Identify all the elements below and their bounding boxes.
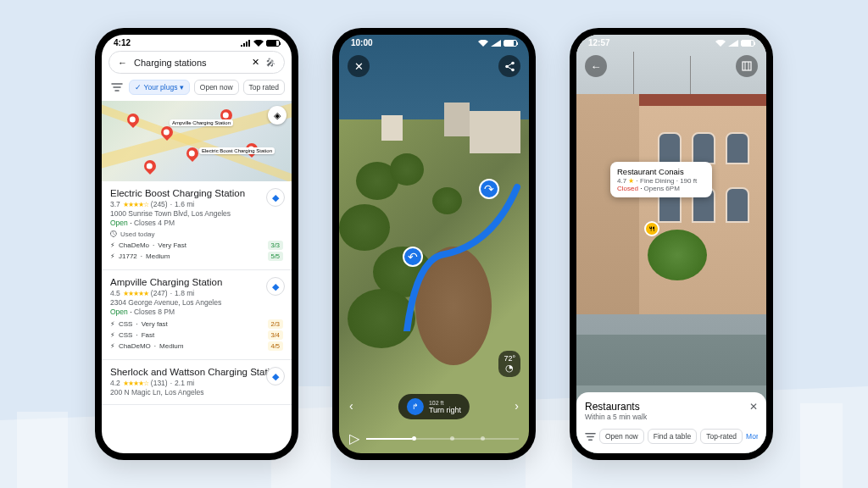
wifi-icon — [478, 40, 488, 47]
clock: 4:12 — [114, 38, 131, 47]
share-button[interactable] — [498, 55, 520, 77]
chip-open-now[interactable]: Open now — [599, 429, 644, 444]
close-icon[interactable]: ✕ — [749, 401, 758, 413]
nav-instruction: ↱ 102 ftTurn right — [398, 394, 470, 419]
filter-icon[interactable] — [108, 79, 125, 96]
chip-open-now[interactable]: Open now — [194, 80, 239, 95]
result-card[interactable]: ◆ Ampville Charging Station 4.5★★★★★ (24… — [102, 270, 292, 360]
chip-your-plugs[interactable]: ✓ Your plugs ▾ — [129, 80, 189, 95]
map-label-electric[interactable]: Electric Boost Charging Station — [199, 147, 275, 154]
result-card[interactable]: ◆ Sherlock and Wattson Charging Station … — [102, 360, 292, 405]
battery-icon — [266, 40, 280, 47]
play-icon[interactable]: ▷ — [349, 430, 359, 446]
map-button[interactable] — [736, 55, 758, 77]
signal-icon — [491, 40, 501, 47]
search-input[interactable]: Charging stations — [134, 58, 245, 68]
more-link[interactable]: More — [746, 432, 758, 441]
timeline-slider[interactable] — [366, 438, 519, 440]
clear-icon[interactable]: ✕ — [252, 57, 259, 68]
weather-icon: ◔ — [504, 363, 515, 374]
map-pin[interactable] — [142, 158, 159, 175]
bolt-icon: ⚡︎ — [110, 252, 115, 260]
wifi-icon — [715, 40, 726, 47]
directions-button[interactable]: ◆ — [266, 277, 285, 296]
nav-arrow-icon: ↷ — [479, 179, 499, 199]
filter-icon[interactable] — [585, 428, 596, 445]
restaurant-pin-icon[interactable]: 🍴︎ — [644, 221, 659, 236]
plug-row: ⚡︎CSS · Very fast2/3 — [110, 319, 283, 329]
map-view[interactable]: Ampville Charging Station Electric Boost… — [102, 101, 292, 181]
filter-row: ✓ Your plugs ▾ Open now Top rated — [102, 79, 292, 101]
plug-row: ⚡︎J1772 · Medium5/5 — [110, 252, 283, 261]
battery-icon — [741, 40, 754, 47]
svg-rect-3 — [743, 62, 751, 70]
battery-icon — [504, 40, 517, 47]
ar-scene[interactable] — [576, 35, 766, 453]
result-address: 1000 Sunrise Town Blvd, Los Angeles — [110, 209, 283, 218]
phone-immersive-nav: ↶ ↷ 10:00 ✕ 72° ◔ ‹ › ↱ 102 ftTurn right… — [332, 28, 536, 460]
playback-controls: ▷ — [339, 430, 529, 446]
bolt-icon: ⚡︎ — [110, 320, 115, 328]
svg-point-1 — [505, 64, 509, 68]
result-meta: 4.5★★★★★ (247) · 1.8 mi — [110, 289, 283, 297]
sheet-subtitle: Within a 5 min walk — [585, 413, 647, 421]
result-title: Sherlock and Wattson Charging Station — [110, 367, 283, 377]
results-list: ◆ Electric Boost Charging Station 3.7★★★… — [102, 181, 292, 405]
mic-icon[interactable]: 🎤︎ — [266, 58, 275, 68]
bolt-icon: ⚡︎ — [110, 331, 115, 339]
svg-point-2 — [511, 68, 515, 71]
result-card[interactable]: ◆ Electric Boost Charging Station 3.7★★★… — [102, 181, 292, 270]
close-button[interactable]: ✕ — [348, 55, 370, 77]
nav-arrow-icon: ↶ — [403, 247, 423, 267]
directions-button[interactable]: ◆ — [266, 188, 285, 207]
wifi-icon — [253, 40, 264, 47]
result-title: Electric Boost Charging Station — [110, 188, 283, 198]
status-bar: 10:00 — [339, 35, 529, 49]
used-today: 🕓︎Used today — [110, 230, 283, 238]
directions-button[interactable]: ◆ — [266, 367, 285, 385]
sheet-title: Restaurants — [585, 401, 647, 413]
phone-charging-stations: 4:12 ← Charging stations ✕ 🎤︎ ✓ Your plu… — [95, 28, 298, 460]
result-hours: Open · Closes 4 PM — [110, 219, 283, 227]
plug-row: ⚡︎CSS · Fast3/4 — [110, 330, 283, 340]
clock: 10:00 — [351, 38, 373, 47]
signal-icon — [241, 40, 251, 47]
chip-top-rated[interactable]: Top-rated — [700, 429, 743, 444]
search-bar[interactable]: ← Charging stations ✕ 🎤︎ — [108, 51, 285, 74]
poi-name: Restaurant Conais — [617, 167, 705, 176]
chevron-right-icon[interactable]: › — [515, 399, 519, 413]
bottom-sheet[interactable]: Restaurants Within a 5 min walk ✕ Open n… — [576, 392, 766, 453]
result-meta: 4.2★★★★☆ (131) · 2.1 mi — [110, 379, 283, 387]
poi-meta: 4.7 ★ · Fine Dining · 190 ft — [617, 177, 705, 185]
result-hours: Open · Closes 8 PM — [110, 308, 283, 316]
map-label-ampville[interactable]: Ampville Charging Station — [170, 119, 233, 126]
chip-find-table[interactable]: Find a table — [648, 429, 697, 444]
clock-icon: 🕓︎ — [110, 230, 117, 238]
result-meta: 3.7★★★★☆ (245) · 1.6 mi — [110, 200, 283, 208]
back-icon[interactable]: ← — [118, 58, 127, 68]
temperature-badge: 72° ◔ — [498, 351, 520, 377]
result-address: 200 N Magic Ln, Los Angeles — [110, 388, 283, 396]
poi-hours: Closed · Opens 6PM — [617, 185, 705, 192]
plug-row: ⚡︎ChaDeMO · Medium4/5 — [110, 341, 283, 351]
layers-button[interactable]: ◈ — [268, 106, 287, 125]
result-title: Ampville Charging Station — [110, 277, 283, 287]
back-button[interactable]: ← — [585, 55, 607, 77]
result-address: 2304 George Avenue, Los Angeles — [110, 298, 283, 307]
bolt-icon: ⚡︎ — [110, 241, 115, 249]
filter-chips: Open now Find a table Top-rated More — [585, 428, 758, 445]
plug-row: ⚡︎ChaDeMo · Very Fast3/3 — [110, 241, 283, 250]
chip-top-rated[interactable]: Top rated — [243, 80, 285, 95]
immersive-scene[interactable]: ↶ ↷ — [339, 35, 529, 453]
chevron-left-icon[interactable]: ‹ — [349, 399, 353, 413]
clock: 12:57 — [588, 38, 610, 47]
status-bar: 12:57 — [576, 35, 766, 49]
bolt-icon: ⚡︎ — [110, 342, 115, 350]
poi-card[interactable]: Restaurant Conais 4.7 ★ · Fine Dining · … — [610, 162, 712, 197]
status-bar: 4:12 — [102, 35, 292, 49]
phone-ar-restaurants: 12:57 ← Restaurant Conais 4.7 ★ · Fine D… — [570, 28, 773, 460]
signal-icon — [728, 40, 738, 47]
svg-point-0 — [511, 61, 515, 64]
turn-right-icon: ↱ — [407, 398, 424, 415]
